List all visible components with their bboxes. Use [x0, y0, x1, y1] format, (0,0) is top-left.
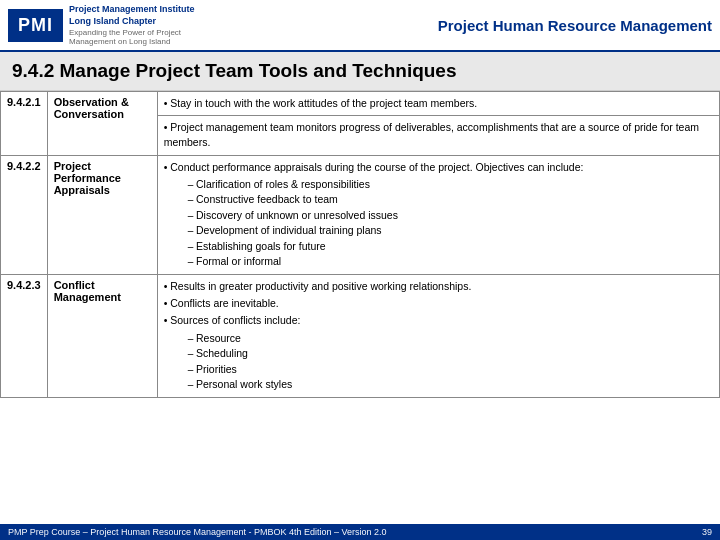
- footer-right: 39: [702, 527, 712, 537]
- pmi-logo: PMI: [8, 9, 63, 42]
- logo-area: PMI Project Management Institute Long Is…: [8, 4, 228, 45]
- section-title-1: Observation & Conversation: [47, 92, 157, 156]
- page-title: 9.4.2 Manage Project Team Tools and Tech…: [0, 52, 720, 91]
- header: PMI Project Management Institute Long Is…: [0, 0, 720, 52]
- footer-left: PMP Prep Course – Project Human Resource…: [8, 527, 387, 537]
- bullet-text: Project management team monitors progres…: [164, 121, 699, 148]
- section-content-1a: Stay in touch with the work attitudes of…: [157, 92, 719, 116]
- logo-line2: Long Island Chapter: [69, 16, 228, 28]
- header-title: Project Human Resource Management: [228, 17, 712, 34]
- bullet-p: Conflicts are inevitable.: [164, 296, 713, 311]
- sub-bullet-list: Resource Scheduling Priorities Personal …: [178, 331, 713, 393]
- logo-line1: Project Management Institute: [69, 4, 228, 16]
- bullet-p: Sources of conflicts include:: [164, 313, 713, 328]
- list-item: Clarification of roles & responsibilitie…: [188, 177, 713, 193]
- bullet-p: Results in greater productivity and posi…: [164, 279, 713, 294]
- list-item: Discovery of unknown or unresolved issue…: [188, 208, 713, 224]
- intro-text: Conduct performance appraisals during th…: [164, 160, 713, 175]
- list-item: Constructive feedback to team: [188, 192, 713, 208]
- list-item: Personal work styles: [188, 377, 713, 393]
- main-table: 9.4.2.1 Observation & Conversation Stay …: [0, 91, 720, 398]
- footer: PMP Prep Course – Project Human Resource…: [0, 524, 720, 540]
- list-item: Resource: [188, 331, 713, 347]
- logo-tagline: Expanding the Power of Project Managemen…: [69, 28, 228, 46]
- section-num-3: 9.4.2.3: [1, 274, 48, 397]
- bullet-text: Stay in touch with the work attitudes of…: [164, 97, 478, 109]
- section-title-3: Conflict Management: [47, 274, 157, 397]
- list-item: Development of individual training plans: [188, 223, 713, 239]
- section-content-1b: Project management team monitors progres…: [157, 116, 719, 155]
- section-num-1: 9.4.2.1: [1, 92, 48, 156]
- table-row: 9.4.2.2 Project Performance Appraisals C…: [1, 155, 720, 274]
- section-content-2: Conduct performance appraisals during th…: [157, 155, 719, 274]
- list-item: Formal or informal: [188, 254, 713, 270]
- table-row: 9.4.2.3 Conflict Management Results in g…: [1, 274, 720, 397]
- section-title-2: Project Performance Appraisals: [47, 155, 157, 274]
- list-item: Scheduling: [188, 346, 713, 362]
- logo-text-block: Project Management Institute Long Island…: [69, 4, 228, 45]
- sub-bullet-list: Clarification of roles & responsibilitie…: [178, 177, 713, 270]
- pmi-text: PMI: [18, 15, 53, 35]
- section-content-3: Results in greater productivity and posi…: [157, 274, 719, 397]
- table-row: 9.4.2.1 Observation & Conversation Stay …: [1, 92, 720, 116]
- list-item: Priorities: [188, 362, 713, 378]
- list-item: Establishing goals for future: [188, 239, 713, 255]
- section-num-2: 9.4.2.2: [1, 155, 48, 274]
